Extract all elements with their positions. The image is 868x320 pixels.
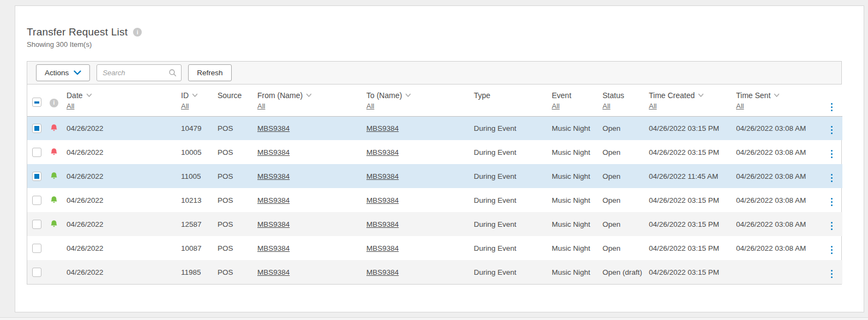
cell-id: 10005: [181, 140, 218, 164]
row-checkbox[interactable]: [32, 220, 41, 229]
column-filter-all[interactable]: All: [602, 102, 610, 110]
column-header-label[interactable]: Status: [602, 91, 624, 100]
cell-status: Open: [602, 140, 649, 164]
column-filter-all[interactable]: All: [257, 102, 265, 110]
from-name-link[interactable]: MBS9384: [257, 124, 290, 132]
chevron-down-icon[interactable]: [774, 93, 780, 98]
column-header-label[interactable]: Source: [218, 91, 242, 100]
column-header: Event All: [552, 84, 602, 116]
table-row[interactable]: 04/26/2022 12587 POS MBS9384 MBS9384 Dur…: [27, 212, 842, 236]
lower-panel-edge: [0, 317, 868, 320]
column-header-label[interactable]: From (Name): [257, 91, 303, 100]
column-header: Time Created All: [649, 84, 736, 116]
to-name-link[interactable]: MBS9384: [366, 244, 399, 252]
cell-time-sent: 04/26/2022 03:08 AM: [736, 188, 821, 212]
to-name-link[interactable]: MBS9384: [366, 172, 399, 180]
table-row[interactable]: 04/26/2022 10213 POS MBS9384 MBS9384 Dur…: [27, 188, 842, 212]
actions-button[interactable]: Actions: [36, 64, 90, 81]
row-checkbox[interactable]: [32, 196, 41, 205]
to-name-link[interactable]: MBS9384: [366, 220, 399, 228]
cell-id: 10087: [181, 236, 218, 260]
to-name-link[interactable]: MBS9384: [366, 268, 399, 276]
column-header-label[interactable]: Type: [474, 91, 490, 100]
cell-date: 04/26/2022: [67, 236, 181, 260]
bell-icon: [50, 124, 58, 132]
from-name-link[interactable]: MBS9384: [257, 148, 290, 156]
table-row[interactable]: 04/26/2022 10087 POS MBS9384 MBS9384 Dur…: [27, 236, 842, 260]
header-info-icon[interactable]: i: [50, 99, 58, 107]
chevron-down-icon[interactable]: [192, 93, 198, 98]
table-row[interactable]: 04/26/2022 11985 POS MBS9384 MBS9384 Dur…: [27, 260, 842, 284]
transfer-request-grid: Actions Refresh i Date: [27, 61, 842, 285]
cell-time-created: 04/26/2022 03:15 PM: [649, 260, 736, 284]
column-header-label[interactable]: Date: [67, 91, 83, 100]
cell-type: During Event: [474, 116, 552, 140]
chevron-down-icon[interactable]: [405, 93, 411, 98]
row-checkbox[interactable]: [32, 124, 41, 133]
cell-time-created: 04/26/2022 03:15 PM: [649, 212, 736, 236]
from-name-link[interactable]: MBS9384: [257, 196, 290, 204]
cell-date: 04/26/2022: [67, 188, 181, 212]
column-filter-all[interactable]: All: [366, 102, 374, 110]
cell-source: POS: [218, 164, 257, 188]
page-title: Transfer Request List: [27, 26, 128, 38]
cell-id: 11005: [181, 164, 218, 188]
column-header-label[interactable]: Time Sent: [736, 91, 770, 100]
row-checkbox[interactable]: [32, 148, 41, 157]
info-icon[interactable]: i: [133, 28, 142, 37]
to-name-link[interactable]: MBS9384: [366, 124, 399, 132]
to-name-link[interactable]: MBS9384: [366, 148, 399, 156]
cell-time-created: 04/26/2022 11:45 AM: [649, 164, 736, 188]
column-filter-all[interactable]: All: [552, 102, 559, 110]
cell-source: POS: [218, 260, 257, 284]
table-row[interactable]: 04/26/2022 10005 POS MBS9384 MBS9384 Dur…: [27, 140, 842, 164]
row-checkbox[interactable]: [32, 172, 41, 181]
from-name-link[interactable]: MBS9384: [257, 220, 290, 228]
cell-time-sent: [736, 260, 821, 284]
column-filter-all[interactable]: All: [67, 102, 74, 110]
select-all-checkbox[interactable]: [32, 98, 41, 107]
refresh-button[interactable]: Refresh: [188, 64, 231, 81]
to-name-link[interactable]: MBS9384: [366, 196, 399, 204]
column-filter-all[interactable]: All: [736, 102, 744, 110]
cell-type: During Event: [474, 236, 552, 260]
cell-status: Open: [602, 212, 649, 236]
row-menu-kebab-icon[interactable]: [830, 125, 834, 136]
bell-icon: [50, 196, 58, 204]
column-filter-all[interactable]: All: [181, 102, 189, 110]
chevron-down-icon[interactable]: [698, 93, 704, 98]
column-header-label[interactable]: ID: [181, 91, 189, 100]
row-menu-kebab-icon[interactable]: [830, 197, 834, 208]
column-header-label[interactable]: Time Created: [649, 91, 695, 100]
chevron-down-icon[interactable]: [86, 93, 92, 98]
row-menu-kebab-icon[interactable]: [830, 173, 834, 184]
row-checkbox[interactable]: [32, 244, 41, 253]
from-name-link[interactable]: MBS9384: [257, 268, 290, 276]
from-name-link[interactable]: MBS9384: [257, 172, 290, 180]
header-menu-kebab-icon[interactable]: [830, 102, 834, 113]
table-row[interactable]: 04/26/2022 11005 POS MBS9384 MBS9384 Dur…: [27, 164, 842, 188]
row-menu-kebab-icon[interactable]: [830, 245, 834, 256]
cell-type: During Event: [474, 140, 552, 164]
bell-icon: [50, 148, 58, 156]
from-name-link[interactable]: MBS9384: [257, 244, 290, 252]
cell-source: POS: [218, 212, 257, 236]
column-header: To (Name) All: [366, 84, 474, 116]
column-header-label[interactable]: To (Name): [366, 91, 402, 100]
row-menu-kebab-icon[interactable]: [830, 269, 834, 280]
cell-date: 04/26/2022: [67, 212, 181, 236]
chevron-down-icon[interactable]: [306, 93, 312, 98]
row-menu-kebab-icon[interactable]: [830, 221, 834, 232]
column-header: Source: [218, 84, 257, 116]
column-filter-all[interactable]: All: [649, 102, 656, 110]
cell-time-sent: 04/26/2022 03:08 AM: [736, 116, 821, 140]
table-header-row: i Date All ID All Source From (Name) All: [27, 84, 842, 116]
row-checkbox[interactable]: [32, 268, 41, 277]
bell-icon: [50, 172, 58, 180]
cell-time-sent: 04/26/2022 03:08 AM: [736, 140, 821, 164]
column-header-label[interactable]: Event: [552, 91, 571, 100]
table-row[interactable]: 04/26/2022 10479 POS MBS9384 MBS9384 Dur…: [27, 116, 842, 140]
cell-source: POS: [218, 140, 257, 164]
row-menu-kebab-icon[interactable]: [830, 149, 834, 160]
cell-type: During Event: [474, 212, 552, 236]
